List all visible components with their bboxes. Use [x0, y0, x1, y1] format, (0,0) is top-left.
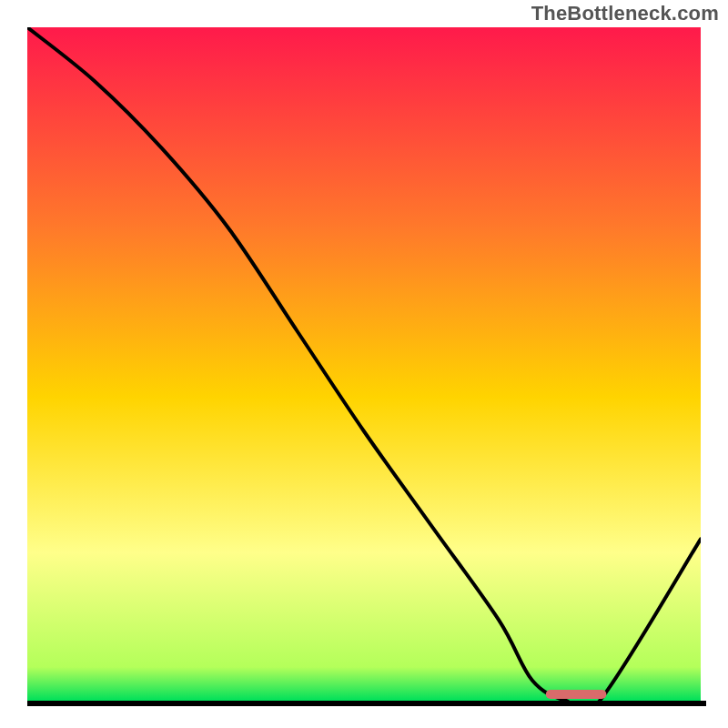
- chart-frame: TheBottleneck.com: [0, 0, 728, 728]
- optimal-marker: [546, 690, 607, 699]
- x-axis: [27, 701, 706, 706]
- plot-svg: [27, 27, 701, 701]
- watermark-text: TheBottleneck.com: [531, 2, 719, 25]
- plot-area: [27, 27, 701, 701]
- heat-gradient: [27, 27, 701, 701]
